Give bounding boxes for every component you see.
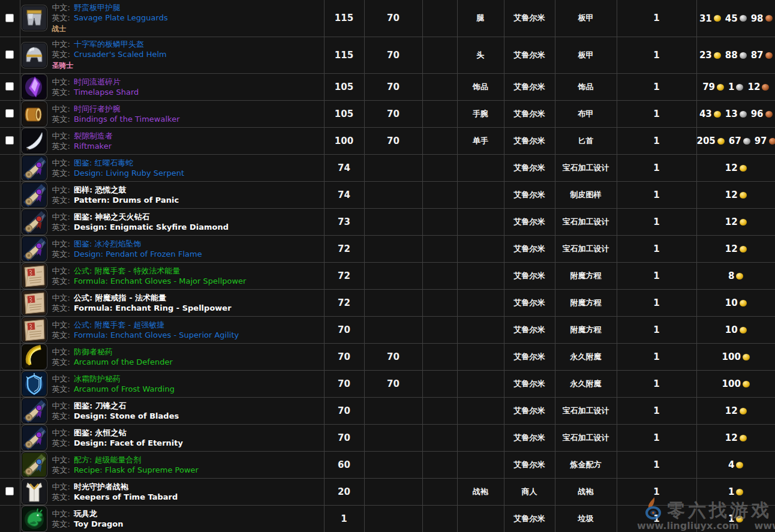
- purple-shard-icon[interactable]: [22, 75, 46, 99]
- quantity-cell: 1: [617, 424, 696, 451]
- english-label: 英文:: [52, 223, 70, 232]
- source-cell: 艾鲁尔米: [504, 100, 555, 127]
- item-name-en[interactable]: Design: Living Ruby Serpent: [74, 169, 184, 178]
- item-name-en[interactable]: Design: Pendant of Frozen Flame: [74, 250, 202, 259]
- checkbox-cell: [0, 505, 20, 532]
- scroll-purple-icon[interactable]: [22, 237, 46, 261]
- formula-parchment-icon[interactable]: [22, 291, 46, 315]
- slot-cell: [457, 181, 504, 208]
- item-name-en[interactable]: Design: Enigmatic Skyfire Diamond: [74, 223, 229, 232]
- item-level-cell: 115: [324, 37, 364, 73]
- item-name-en[interactable]: Crusader's Scaled Helm: [74, 50, 167, 59]
- row-checkbox[interactable]: [5, 50, 14, 59]
- item-name-cell: 中文:时间流逝碎片 英文:Timelapse Shard: [20, 73, 324, 100]
- item-name-en[interactable]: Savage Plate Legguards: [74, 13, 168, 22]
- item-name-en[interactable]: Design: Stone of Blades: [74, 411, 179, 420]
- green-dragon-icon[interactable]: [22, 507, 46, 531]
- item-name-zh[interactable]: 图鉴: 永恒之钻: [74, 428, 127, 437]
- scroll-purple-icon[interactable]: [22, 426, 46, 450]
- chinese-label: 中文:: [52, 401, 70, 410]
- golden-arcanum-icon[interactable]: [22, 345, 46, 369]
- item-name-zh[interactable]: 图鉴: 刀锋之石: [74, 401, 127, 410]
- item-name-zh[interactable]: 玩具龙: [74, 509, 97, 518]
- required-level-cell: 70: [364, 343, 422, 370]
- item-name-zh[interactable]: 十字军的板鳞甲头盔: [74, 40, 144, 49]
- item-name-en[interactable]: Arcanum of the Defender: [74, 357, 173, 366]
- bronze-bracer-icon[interactable]: [22, 102, 46, 126]
- item-name-en[interactable]: Design: Facet of Eternity: [74, 438, 183, 447]
- item-name-zh[interactable]: 公式: 附魔手套 - 特效法术能量: [74, 266, 180, 275]
- item-name-en[interactable]: Riftmaker: [74, 142, 112, 151]
- item-name-zh[interactable]: 裂隙制造者: [74, 131, 113, 140]
- item-name-en[interactable]: Pattern: Drums of Panic: [74, 196, 179, 205]
- plate-helm-icon[interactable]: [22, 43, 46, 67]
- checkbox-cell: [0, 0, 20, 37]
- white-dagger-icon[interactable]: [22, 129, 46, 153]
- item-name-zh[interactable]: 图样: 恐慌之鼓: [74, 185, 127, 194]
- english-label: 英文:: [52, 13, 70, 22]
- item-name-zh[interactable]: 时间流逝碎片: [74, 77, 121, 86]
- item-name-en[interactable]: Keepers of Time Tabard: [74, 492, 178, 501]
- gold-coin-icon: [740, 327, 747, 333]
- item-name-cell: 中文:公式: 附魔手套 - 特效法术能量 英文:Formula: Enchant…: [20, 262, 324, 289]
- quantity-cell: 1: [617, 235, 696, 262]
- item-table-body: 中文:野蛮板甲护腿 英文:Savage Plate Legguards 战士 1…: [0, 0, 775, 532]
- chinese-label: 中文:: [52, 293, 70, 302]
- item-name-zh[interactable]: 图鉴: 红曜石毒蛇: [74, 158, 134, 167]
- item-name-zh[interactable]: 时间行者护腕: [74, 104, 121, 113]
- item-name-en[interactable]: Bindings of the Timewalker: [74, 115, 180, 124]
- item-name-zh[interactable]: 配方: 超级能量合剂: [74, 455, 142, 464]
- item-name-en[interactable]: Formula: Enchant Gloves - Major Spellpow…: [74, 276, 247, 285]
- row-checkbox[interactable]: [5, 14, 14, 22]
- item-name-zh[interactable]: 图鉴: 神秘之天火钻石: [74, 212, 150, 221]
- item-name-en[interactable]: Recipe: Flask of Supreme Power: [74, 465, 199, 474]
- scroll-purple-icon[interactable]: [22, 399, 46, 423]
- scroll-red-icon[interactable]: [22, 210, 46, 234]
- row-checkbox[interactable]: [5, 136, 14, 145]
- green-recipe-icon[interactable]: [22, 453, 46, 477]
- frost-shield-icon[interactable]: [22, 372, 46, 396]
- scroll-purple-icon[interactable]: [22, 183, 46, 207]
- item-name-zh[interactable]: 野蛮板甲护腿: [74, 3, 121, 12]
- item-name-en[interactable]: Formula: Enchant Ring - Spellpower: [74, 303, 232, 312]
- category-cell: 炼金配方: [555, 451, 617, 478]
- item-name-cell: 中文:图鉴: 红曜石毒蛇 英文:Design: Living Ruby Serp…: [20, 154, 324, 181]
- item-name-en[interactable]: Toy Dragon: [74, 519, 124, 528]
- quantity-cell: 1: [617, 289, 696, 316]
- item-name-en[interactable]: Timelapse Shard: [74, 88, 139, 97]
- item-name-zh[interactable]: 冰霜防护秘药: [74, 374, 121, 383]
- formula-parchment-icon[interactable]: [22, 318, 46, 342]
- formula-parchment-icon[interactable]: [22, 264, 46, 288]
- required-level-cell: 70: [364, 370, 422, 397]
- quantity-cell: 1: [617, 0, 696, 37]
- quantity-cell: 1: [617, 208, 696, 235]
- white-tabard-icon[interactable]: [22, 480, 46, 504]
- category-cell: 布甲: [555, 100, 617, 127]
- price-amount: 100: [722, 378, 741, 389]
- item-name-zh[interactable]: 防御者秘药: [74, 347, 113, 356]
- item-name-zh[interactable]: 时光守护者战袍: [74, 482, 128, 491]
- price-amount: 45: [725, 13, 738, 24]
- scroll-purple-icon[interactable]: [22, 156, 46, 180]
- price-amount: 1: [728, 82, 734, 92]
- item-name-en[interactable]: Formula: Enchant Gloves - Superior Agili…: [74, 330, 239, 339]
- item-name-zh[interactable]: 公式: 附魔手套 - 超强敏捷: [74, 320, 164, 329]
- quantity-cell: 1: [617, 154, 696, 181]
- spacer-cell: [422, 316, 457, 343]
- category-cell: 永久附魔: [555, 370, 617, 397]
- item-name-zh[interactable]: 图鉴: 冰冷烈焰坠饰: [74, 239, 142, 248]
- price-amount: 10: [725, 297, 738, 308]
- row-checkbox[interactable]: [5, 82, 14, 91]
- spacer-cell: [422, 154, 457, 181]
- item-name-en[interactable]: Arcanum of Frost Warding: [74, 384, 175, 393]
- chinese-label: 中文:: [52, 185, 70, 194]
- item-name-zh[interactable]: 公式: 附魔戒指 - 法术能量: [74, 293, 166, 302]
- quantity-cell: 1: [617, 262, 696, 289]
- plate-legguards-icon[interactable]: [22, 6, 46, 30]
- slot-cell: [457, 208, 504, 235]
- copper-coin-icon: [762, 84, 769, 91]
- row-checkbox[interactable]: [5, 487, 14, 495]
- slot-cell: [457, 397, 504, 424]
- row-checkbox[interactable]: [5, 109, 14, 118]
- category-cell: 永久附魔: [555, 343, 617, 370]
